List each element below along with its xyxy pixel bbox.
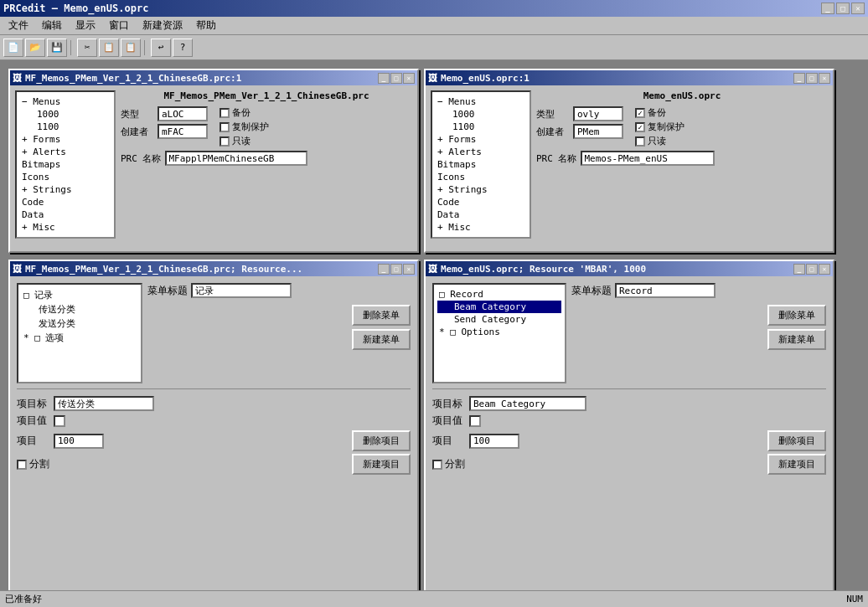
window1-type-input[interactable]	[158, 106, 208, 121]
window1-minimize[interactable]: _	[378, 73, 390, 84]
window4-divider-box[interactable]	[432, 460, 442, 470]
tree3-beam[interactable]: 传送分类	[22, 302, 137, 316]
menu-view[interactable]: 显示	[70, 17, 101, 34]
window1-readonly-cb[interactable]: 只读	[220, 135, 269, 147]
tree1-forms[interactable]: + Forms	[20, 133, 111, 146]
window3-delete-item-btn[interactable]: 删除项目	[352, 430, 411, 451]
window2-readonly-cb[interactable]: 只读	[635, 135, 685, 147]
window4-item-num-input[interactable]	[469, 434, 519, 449]
window2-copyprotect-cb[interactable]: ✓ 复制保护	[635, 121, 685, 133]
help-btn[interactable]: ?	[173, 39, 193, 57]
tree3-options[interactable]: * □ 选项	[22, 331, 137, 345]
window2-backup-cb[interactable]: ✓ 备份	[635, 106, 685, 119]
window2-titlebar[interactable]: 🖼Memo_enUS.oprc:1 _ □ ✕	[426, 70, 833, 85]
tree1-data[interactable]: Data	[20, 208, 111, 221]
tree4-record[interactable]: □ Record	[437, 288, 561, 301]
window3-titlebar[interactable]: 🖼MF_Memos_PMem_Ver_1_2_1_ChineseGB.prc; …	[10, 261, 417, 276]
window2-readonly-box[interactable]	[635, 136, 645, 147]
tree2-alerts[interactable]: + Alerts	[436, 146, 526, 158]
tree1-misc[interactable]: + Misc	[20, 221, 111, 234]
tree2-data[interactable]: Data	[436, 208, 526, 221]
window1-close[interactable]: ✕	[403, 73, 415, 84]
open-btn[interactable]: 📂	[25, 39, 45, 57]
tree3-record[interactable]: □ 记录	[22, 288, 137, 302]
tree1-bitmaps[interactable]: Bitmaps	[20, 158, 111, 171]
minimize-btn[interactable]: _	[821, 3, 834, 14]
tree1-icons[interactable]: Icons	[20, 171, 111, 183]
tree2-strings[interactable]: + Strings	[436, 183, 526, 196]
tree3-send[interactable]: 发送分类	[22, 316, 137, 331]
window4-menu-input[interactable]	[615, 283, 716, 298]
window4-divider-cb[interactable]: 分割	[432, 457, 465, 471]
tree2-misc[interactable]: + Misc	[436, 221, 526, 234]
copy-btn[interactable]: 📋	[99, 39, 119, 57]
window4-item-input[interactable]	[469, 396, 586, 411]
window1-backup-cb[interactable]: 备份	[220, 106, 269, 119]
window4-new-menu-btn[interactable]: 新建菜单	[767, 329, 826, 350]
window3-menu-input[interactable]	[191, 283, 292, 298]
save-btn[interactable]: 💾	[47, 39, 67, 57]
tree2-bitmaps[interactable]: Bitmaps	[436, 158, 526, 171]
window1-maximize[interactable]: □	[390, 73, 402, 84]
tree4-beam[interactable]: Beam Category	[437, 301, 561, 313]
window3-divider-box[interactable]	[17, 460, 27, 470]
window2-copyprotect-box[interactable]: ✓	[635, 122, 645, 132]
window3-item-value-box[interactable]	[54, 415, 65, 427]
menu-new-resource[interactable]: 新建资源	[137, 17, 188, 34]
window3-item-num-input[interactable]	[54, 434, 104, 449]
window3-new-item-btn[interactable]: 新建项目	[352, 454, 411, 475]
window4-delete-item-btn[interactable]: 删除项目	[767, 430, 826, 451]
close-btn[interactable]: ✕	[851, 3, 865, 14]
tree1-strings[interactable]: + Strings	[20, 183, 111, 196]
window4-maximize[interactable]: □	[806, 264, 818, 275]
window3-item-input[interactable]	[54, 396, 154, 411]
window3-new-menu-btn[interactable]: 新建菜单	[352, 329, 411, 350]
tree2-1100[interactable]: 1100	[436, 121, 526, 133]
tree1-menus[interactable]: − Menus	[20, 95, 111, 108]
window3-divider-cb[interactable]: 分割	[17, 457, 49, 471]
menu-edit[interactable]: 编辑	[37, 17, 67, 34]
window4-minimize[interactable]: _	[793, 264, 805, 275]
tree2-forms[interactable]: + Forms	[436, 133, 526, 146]
tree2-code[interactable]: Code	[436, 196, 526, 208]
maximize-btn[interactable]: □	[836, 3, 850, 14]
tree4-send[interactable]: Send Category	[437, 313, 561, 326]
window4-close[interactable]: ✕	[819, 264, 830, 275]
window3-minimize[interactable]: _	[378, 264, 390, 275]
window2-minimize[interactable]: _	[793, 73, 805, 84]
window2-prc-input[interactable]	[581, 151, 715, 166]
window1-copyprotect-cb[interactable]: 复制保护	[220, 121, 269, 133]
window3-delete-menu-btn[interactable]: 删除菜单	[352, 305, 411, 326]
tree2-icons[interactable]: Icons	[436, 171, 526, 183]
tree2-menus[interactable]: − Menus	[436, 95, 526, 108]
window2-creator-input[interactable]	[573, 124, 623, 139]
tree1-1100[interactable]: 1100	[20, 121, 111, 133]
window3-maximize[interactable]: □	[390, 264, 402, 275]
tree2-1000[interactable]: 1000	[436, 108, 526, 121]
window4-delete-menu-btn[interactable]: 删除菜单	[767, 305, 826, 326]
tree1-alerts[interactable]: + Alerts	[20, 146, 111, 158]
paste-btn[interactable]: 📋	[121, 39, 141, 57]
menu-help[interactable]: 帮助	[191, 17, 221, 34]
cut-btn[interactable]: ✂	[77, 39, 97, 57]
undo-btn[interactable]: ↩	[151, 39, 171, 57]
window1-titlebar[interactable]: 🖼MF_Memos_PMem_Ver_1_2_1_ChineseGB.prc:1…	[10, 70, 417, 85]
window2-close[interactable]: ✕	[819, 73, 830, 84]
tree1-1000[interactable]: 1000	[20, 108, 111, 121]
window2-type-input[interactable]	[573, 106, 623, 121]
window2-backup-box[interactable]: ✓	[635, 108, 645, 118]
window1-creator-input[interactable]	[158, 124, 208, 139]
window4-titlebar[interactable]: 🖼Memo_enUS.oprc; Resource 'MBAR', 1000 _…	[426, 261, 833, 276]
window1-prc-input[interactable]	[165, 151, 307, 166]
window1-readonly-box[interactable]	[220, 136, 230, 147]
window4-item-value-box[interactable]	[469, 415, 481, 427]
window2-maximize[interactable]: □	[806, 73, 818, 84]
window3-close[interactable]: ✕	[403, 264, 415, 275]
tree1-code[interactable]: Code	[20, 196, 111, 208]
window1-copyprotect-box[interactable]	[220, 122, 230, 132]
window4-new-item-btn[interactable]: 新建项目	[767, 454, 826, 475]
new-btn[interactable]: 📄	[3, 39, 23, 57]
tree4-options[interactable]: * □ Options	[437, 326, 561, 338]
window1-backup-box[interactable]	[220, 108, 230, 118]
menu-file[interactable]: 文件	[3, 17, 34, 34]
